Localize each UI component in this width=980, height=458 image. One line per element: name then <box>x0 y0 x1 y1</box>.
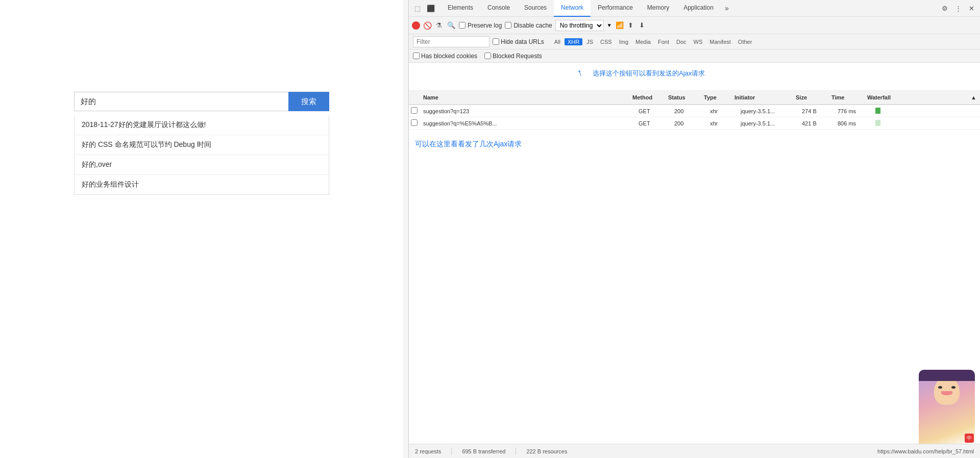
suggestion-item[interactable]: 2018-11-27好的党建展厅设计都这么做! <box>75 115 329 135</box>
transferred-size: 695 B transferred <box>462 448 505 454</box>
header-size[interactable]: Size <box>794 94 829 100</box>
header-method[interactable]: Method <box>630 94 666 100</box>
hide-data-urls-checkbox[interactable] <box>493 38 499 45</box>
page-area: 搜索 2018-11-27好的党建展厅设计都这么做! 好的 CSS 命名规范可以… <box>0 0 403 458</box>
filter-media-button[interactable]: Media <box>632 38 654 45</box>
blocked-requests-checkbox[interactable] <box>484 53 491 59</box>
record-button[interactable] <box>412 21 420 30</box>
tab-elements[interactable]: Elements <box>440 0 480 17</box>
row-size: 274 B <box>800 108 836 114</box>
filter-doc-button[interactable]: Doc <box>673 38 690 45</box>
chevron-down-icon: ▼ <box>607 22 612 28</box>
tab-console[interactable]: Console <box>480 0 517 17</box>
character-hair <box>919 370 975 381</box>
tab-sources[interactable]: Sources <box>517 0 554 17</box>
filter-bar2: Has blocked cookies Blocked Requests <box>409 49 980 63</box>
suggestion-item[interactable]: 好的 CSS 命名规范可以节约 Debug 时间 <box>75 135 329 155</box>
row-checkbox[interactable] <box>411 119 418 126</box>
close-icon[interactable]: ✕ <box>966 3 977 14</box>
preserve-log-label[interactable]: Preserve log <box>459 22 502 29</box>
row-method: GET <box>636 108 672 114</box>
network-toolbar-icons: 📶 ⬆ ⬇ <box>615 21 647 30</box>
filter-js-button[interactable]: JS <box>583 38 596 45</box>
character-eye-left <box>938 386 942 389</box>
character-mouth <box>941 391 952 395</box>
row-checkbox-col <box>409 107 419 115</box>
filter-ws-button[interactable]: WS <box>691 38 706 45</box>
tab-network[interactable]: Network <box>554 0 591 17</box>
header-waterfall[interactable]: Waterfall <box>865 94 971 100</box>
tab-application[interactable]: Application <box>676 0 721 17</box>
header-type[interactable]: Type <box>702 94 732 100</box>
filter-manifest-button[interactable]: Manifest <box>706 38 734 45</box>
row-checkbox-col <box>409 119 419 127</box>
row-name: suggestion?q=123 <box>419 108 636 114</box>
filter-icon[interactable]: ⚗ <box>434 21 444 30</box>
more-tabs-button[interactable]: » <box>721 0 733 17</box>
suggestions-list: 2018-11-27好的党建展厅设计都这么做! 好的 CSS 命名规范可以节约 … <box>74 115 329 195</box>
search-icon[interactable]: 🔍 <box>447 21 456 30</box>
status-bar: 2 requests 695 B transferred 222 B resou… <box>409 444 980 458</box>
devtools-topbar: ⬚ ⬛ Elements Console Sources Network Per… <box>409 0 980 17</box>
preserve-log-checkbox[interactable] <box>459 22 465 29</box>
table-row[interactable]: suggestion?q=123 GET 200 xhr jquery-3.5.… <box>409 105 980 117</box>
main-annotation: 可以在这里看看发了几次Ajax请求 <box>409 130 980 159</box>
filter-img-button[interactable]: Img <box>616 38 631 45</box>
network-table: Name Method Status Type Initiator Size T… <box>409 91 980 444</box>
filter-css-button[interactable]: CSS <box>597 38 615 45</box>
has-blocked-cookies-label[interactable]: Has blocked cookies <box>413 53 477 60</box>
devtools-panel: ⬚ ⬛ Elements Console Sources Network Per… <box>408 0 980 458</box>
tab-memory[interactable]: Memory <box>640 0 676 17</box>
throttle-select[interactable]: No throttling Fast 3G Slow 3G <box>555 20 604 31</box>
filter-font-button[interactable]: Font <box>655 38 672 45</box>
suggestion-item[interactable]: 好的,over <box>75 155 329 175</box>
device-icon[interactable]: ⬛ <box>425 3 436 14</box>
header-name[interactable]: Name <box>419 94 630 100</box>
filter-xhr-button[interactable]: XHR <box>565 38 582 45</box>
waterfall-bar-dim <box>875 120 880 126</box>
filter-all-button[interactable]: All <box>551 38 564 45</box>
row-checkbox[interactable] <box>411 107 418 114</box>
network-toolbar: 🚫 ⚗ 🔍 Preserve log Disable cache No thro… <box>409 17 980 34</box>
devtools-topbar-right: ⚙ ⋮ ✕ <box>939 3 977 14</box>
header-time[interactable]: Time <box>829 94 865 100</box>
row-status: 200 <box>672 108 708 114</box>
row-time: 806 ms <box>836 120 871 126</box>
header-status[interactable]: Status <box>666 94 702 100</box>
clear-button[interactable]: 🚫 <box>423 21 431 30</box>
row-initiator: jquery-3.5.1... <box>739 108 800 114</box>
table-row[interactable]: suggestion?q=%E5%A5%B... GET 200 xhr jqu… <box>409 117 980 130</box>
filter-options: Hide data URLs <box>493 38 544 45</box>
search-button[interactable]: 搜索 <box>288 92 329 111</box>
devtools-tabs: Elements Console Sources Network Perform… <box>440 0 733 17</box>
more-options-icon[interactable]: ⋮ <box>952 3 964 14</box>
filter-types: All XHR JS CSS Img Media Font Doc WS Man… <box>551 38 755 45</box>
search-input[interactable] <box>74 92 288 111</box>
blocked-requests-label[interactable]: Blocked Requests <box>484 53 542 60</box>
character-face <box>934 377 960 405</box>
import-icon[interactable]: ⬆ <box>626 21 635 30</box>
disable-cache-checkbox[interactable] <box>505 22 511 29</box>
status-separator <box>451 448 452 455</box>
search-box: 搜索 <box>74 92 329 111</box>
row-type: xhr <box>708 120 739 126</box>
char-badge: 中 <box>965 434 974 443</box>
cursor-icon[interactable]: ⬚ <box>412 3 423 14</box>
disable-cache-label[interactable]: Disable cache <box>505 22 552 29</box>
hide-data-urls-label[interactable]: Hide data URLs <box>493 38 544 45</box>
annotation-arrow-icon: ↑ <box>575 66 584 79</box>
filter-bar: Hide data URLs All XHR JS CSS Img Media … <box>409 34 980 49</box>
suggestion-item[interactable]: 好的业务组件设计 <box>75 175 329 194</box>
has-blocked-cookies-checkbox[interactable] <box>413 53 420 59</box>
wifi-icon[interactable]: 📶 <box>615 21 624 30</box>
row-method: GET <box>636 120 672 126</box>
annotation-area: ↑ 选择这个按钮可以看到发送的Ajax请求 <box>409 63 980 91</box>
filter-input[interactable] <box>413 36 489 47</box>
tab-performance[interactable]: Performance <box>591 0 640 17</box>
url-bar-inline: https://www.baidu.com/help/br_57.html <box>877 448 974 454</box>
settings-icon[interactable]: ⚙ <box>939 3 950 14</box>
filter-other-button[interactable]: Other <box>735 38 755 45</box>
sort-icon: ▲ <box>971 94 980 100</box>
header-initiator[interactable]: Initiator <box>732 94 794 100</box>
export-icon[interactable]: ⬇ <box>638 21 647 30</box>
